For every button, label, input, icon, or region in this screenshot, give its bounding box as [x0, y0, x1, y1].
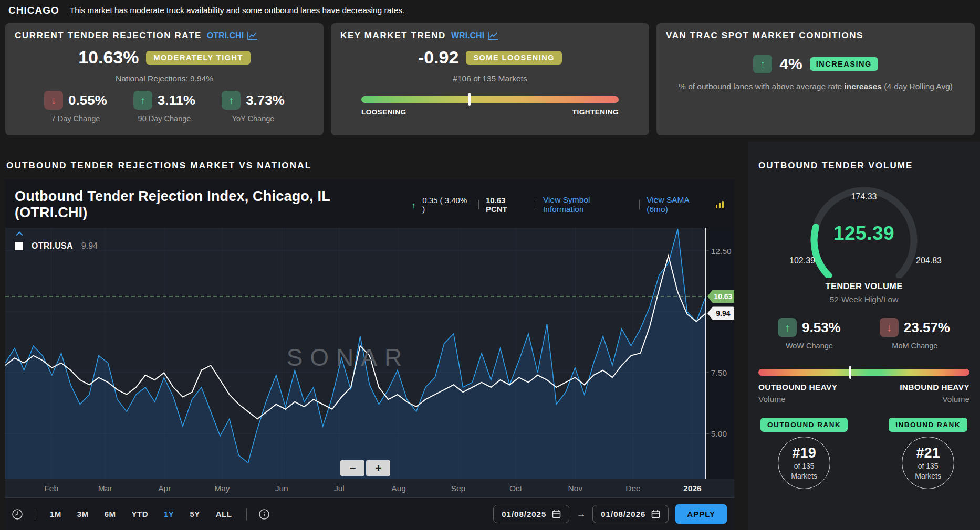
view-symbol-information-link[interactable]: View Symbol Information [543, 195, 632, 214]
x-axis-label: Oct [509, 484, 522, 493]
chart-legend: OTRI.USA 9.94 [15, 241, 98, 251]
apply-button[interactable]: APPLY [675, 504, 727, 524]
range-button-5y[interactable]: 5Y [186, 507, 203, 521]
page-header: CHICAGO This market has moderate truck a… [0, 0, 980, 21]
trend-marker [468, 93, 471, 106]
legend-series-name: OTRI.USA [32, 241, 73, 251]
balance-left-label: OUTBOUND HEAVY Volume [758, 383, 837, 404]
card-title: CURRENT TENDER REJECTION RATE [15, 30, 202, 41]
range-button-all[interactable]: ALL [213, 507, 235, 521]
range-button-ytd[interactable]: YTD [129, 507, 152, 521]
gauge-max-label: 204.83 [916, 256, 942, 266]
legend-checkbox[interactable] [15, 242, 23, 250]
inbound-rank-circle: #21 of 135 Markets [902, 437, 954, 489]
balance-marker [849, 366, 851, 379]
down-arrow-icon: ↓ [880, 318, 899, 337]
range-button-3m[interactable]: 3M [74, 507, 92, 521]
change-label: 7 Day Change [51, 114, 100, 123]
outbound-tender-volume-panel: OUTBOUND TENDER VOLUME 174.33 125.39 102… [748, 142, 980, 530]
chevron-up-icon[interactable] [16, 231, 23, 236]
zoom-in-button[interactable]: + [366, 460, 390, 476]
calendar-icon [552, 510, 561, 518]
market-summary-link[interactable]: This market has moderate truck availabil… [70, 6, 405, 15]
volume-balance: OUTBOUND HEAVY Volume INBOUND HEAVY Volu… [758, 369, 969, 404]
change-value: 9.53% [802, 320, 841, 336]
change-group-yoy: ↑ 3.73% YoY Change [222, 91, 285, 123]
balance-gradient-bar [758, 369, 969, 376]
trend-rank-text: #106 of 135 Markets [340, 74, 640, 83]
date-from-input[interactable]: 01/08/2025 [493, 505, 569, 523]
x-axis-label: Nov [568, 484, 583, 493]
market-name: CHICAGO [8, 5, 59, 16]
legend-series-value: 9.94 [81, 241, 98, 251]
gauge-high-label: 174.33 [775, 192, 953, 202]
divider [478, 200, 479, 209]
info-icon [258, 508, 270, 520]
card-current-tender-rejection-rate: CURRENT TENDER REJECTION RATE OTRI.CHI 1… [5, 23, 324, 135]
change-label: MoM Change [892, 342, 937, 350]
market-ranks: OUTBOUND RANK #19 of 135 Markets INBOUND… [758, 418, 969, 489]
calendar-icon [651, 510, 660, 518]
symbol-text: OTRI.CHI [207, 31, 244, 40]
outbound-rank-circle: #19 of 135 Markets [778, 437, 830, 489]
trend-scale: LOOSENING TIGHTENING [361, 96, 619, 116]
gauge-title: TENDER VOLUME [758, 281, 969, 291]
change-value: 0.55% [68, 92, 107, 109]
card-van-trac-spot-market: VAN TRAC SPOT MARKET CONDITIONS ↑ 4% INC… [656, 23, 975, 135]
zoom-out-button[interactable]: − [340, 460, 364, 476]
x-axis-label: Apr [158, 484, 171, 493]
down-arrow-icon: ↓ [44, 91, 63, 110]
x-axis-label: Jul [334, 484, 345, 493]
volume-changes: ↑ 9.53% WoW Change ↓ 23.57% MoM Change [758, 318, 969, 350]
change-group-mom: ↓ 23.57% MoM Change [880, 318, 950, 350]
change-value: 3.73% [246, 92, 285, 109]
range-selector: 1M3M6MYTD1Y5YALL [47, 507, 235, 521]
inbound-rank-badge: INBOUND RANK [889, 418, 967, 432]
date-to-input[interactable]: 01/08/2026 [592, 505, 669, 523]
line-chart-icon [247, 31, 258, 40]
x-axis-label: Feb [44, 484, 58, 493]
svg-text:9.94: 9.94 [716, 309, 730, 317]
svg-text:7.50: 7.50 [711, 368, 727, 377]
x-axis-label: Mar [98, 484, 112, 493]
history-clock-button[interactable] [12, 508, 23, 520]
scale-label-tightening: TIGHTENING [572, 108, 619, 116]
range-button-1m[interactable]: 1M [47, 507, 65, 521]
view-sama-link[interactable]: View SAMA (6mo) [647, 195, 712, 214]
chart-value-text: 10.63 PCNT [486, 196, 529, 214]
balance-right-label: INBOUND HEAVY Volume [900, 383, 969, 404]
spot-status-badge: INCREASING [810, 57, 878, 71]
range-button-6m[interactable]: 6M [101, 507, 119, 521]
svg-text:5.00: 5.00 [711, 429, 727, 438]
inbound-rank: INBOUND RANK #21 of 135 Markets [889, 418, 967, 489]
outbound-rank: OUTBOUND RANK #19 of 135 Markets [760, 418, 848, 489]
up-arrow-icon: ↑ [753, 55, 772, 73]
sama-bars-icon [715, 200, 725, 209]
tender-volume-gauge: 174.33 125.39 102.39 204.83 [775, 177, 953, 278]
sidebar-title: OUTBOUND TENDER VOLUME [758, 142, 969, 173]
x-axis-label: Jun [275, 484, 288, 493]
spot-description: % of outbound lanes with above average r… [666, 82, 965, 91]
svg-text:12.50: 12.50 [711, 247, 732, 256]
info-button[interactable] [258, 508, 270, 520]
symbol-link-wri-chi[interactable]: WRI.CHI [451, 31, 498, 40]
scale-label-loosening: LOOSENING [361, 108, 406, 116]
x-axis: FebMarAprMayJunJulAugSepOctNovDec2026 [5, 479, 734, 497]
line-chart[interactable]: 12.507.505.0010.639.94 [5, 228, 734, 479]
right-arrow-icon: → [576, 508, 586, 520]
trend-value: -0.92 [418, 47, 459, 68]
card-title: VAN TRAC SPOT MARKET CONDITIONS [666, 30, 863, 41]
range-button-1y[interactable]: 1Y [161, 507, 177, 521]
change-group-7day: ↓ 0.55% 7 Day Change [44, 91, 107, 123]
national-rejections-text: National Rejections: 9.94% [15, 74, 314, 83]
x-axis-label: Sep [451, 484, 466, 493]
up-arrow-icon: ↑ [412, 200, 416, 209]
chart-plot-area[interactable]: 12.507.505.0010.639.94 OTRI.USA 9.94 SON… [5, 228, 734, 479]
zoom-controls: − + [340, 460, 390, 476]
gauge-subtitle: 52-Week High/Low [758, 295, 969, 304]
chart-card: Outbound Tender Rejection Index, Chicago… [5, 179, 734, 530]
divider [536, 200, 536, 209]
symbol-link-otri-chi[interactable]: OTRI.CHI [207, 31, 258, 40]
svg-text:10.63: 10.63 [714, 292, 732, 301]
date-to-value: 01/08/2026 [601, 510, 645, 518]
